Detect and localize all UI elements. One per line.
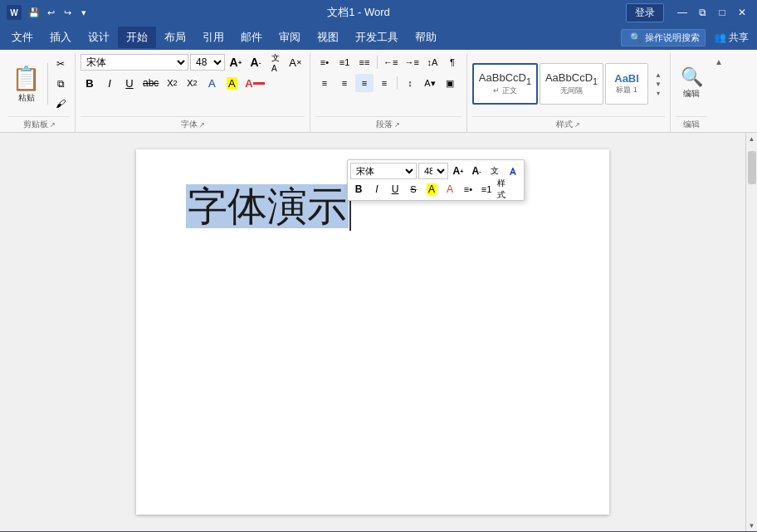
mini-bullets-btn[interactable]: ≡• (460, 181, 476, 198)
title-bar-left: W 💾 ↩ ↪ ▾ (7, 5, 91, 20)
paste-icon: 📋 (12, 65, 41, 92)
multilevel-btn[interactable]: ≡≡ (355, 53, 374, 71)
borders-btn[interactable]: ▣ (441, 74, 459, 92)
bold-button[interactable]: B (81, 74, 99, 92)
menu-bar: 文件 插入 设计 开始 布局 引用 邮件 审阅 视图 开发工具 帮助 🔍 操作说… (0, 25, 757, 50)
mini-char-btn[interactable]: A (505, 163, 521, 179)
decrease-indent-btn[interactable]: ←≡ (381, 53, 400, 71)
font-expand-icon[interactable]: ↗ (199, 121, 205, 129)
highlight-btn[interactable]: A (222, 74, 241, 92)
login-button[interactable]: 登录 (626, 3, 664, 22)
font-size-select[interactable]: 48 (190, 54, 225, 71)
style-scroll: ▲ ▼ ▾ (652, 71, 665, 97)
style-scroll-down[interactable]: ▼ (652, 80, 665, 88)
scroll-thumb[interactable] (748, 151, 756, 184)
sort-btn[interactable]: ↕A (423, 53, 442, 71)
search-box[interactable]: 🔍 操作说明搜索 (621, 29, 706, 46)
clear-format-btn[interactable]: A✕ (286, 53, 305, 71)
menu-developer[interactable]: 开发工具 (347, 27, 407, 48)
menu-insert[interactable]: 插入 (42, 27, 80, 48)
copy-button[interactable]: ⧉ (51, 75, 70, 93)
menu-design[interactable]: 设计 (80, 27, 118, 48)
numbering-btn[interactable]: ≡1 (335, 53, 354, 71)
menu-layout[interactable]: 布局 (156, 27, 194, 48)
line-spacing-btn[interactable]: ↕ (401, 74, 419, 92)
style-no-spacing-preview: AaBbCcD1 (545, 71, 598, 86)
bullets-btn[interactable]: ≡• (315, 53, 334, 71)
undo-quick-btn[interactable]: ↩ (43, 5, 58, 20)
mini-wen-btn[interactable]: 文 (486, 163, 503, 179)
mini-styles-btn[interactable]: 样式 (496, 181, 513, 198)
style-normal[interactable]: AaBbCcD1 ↵ 正文 (472, 63, 538, 105)
customize-quick-btn[interactable]: ▾ (76, 5, 91, 20)
style-h1[interactable]: AaBl 标题 1 (605, 63, 648, 105)
underline-button[interactable]: U (120, 74, 139, 92)
close-button[interactable]: ✕ (734, 5, 750, 20)
align-center-btn[interactable]: ≡ (335, 74, 354, 92)
scroll-track[interactable] (746, 144, 757, 520)
italic-button[interactable]: I (100, 74, 119, 92)
mini-highlight-btn[interactable]: A (423, 181, 440, 198)
decrease-font-btn[interactable]: A- (247, 53, 265, 71)
restore-button[interactable]: ⧉ (694, 5, 711, 20)
mini-bold-btn[interactable]: B (350, 181, 367, 198)
menu-mailing[interactable]: 邮件 (232, 27, 271, 48)
title-bar-title: 文档1 - Word (91, 5, 626, 20)
align-left-btn[interactable]: ≡ (315, 74, 334, 92)
mini-strikethrough-btn[interactable]: S (405, 181, 422, 198)
style-more[interactable]: ▾ (652, 89, 665, 97)
align-right-btn[interactable]: ≡ (355, 74, 374, 92)
maximize-button[interactable]: □ (714, 5, 730, 20)
mini-underline-btn[interactable]: U (387, 181, 403, 198)
superscript-button[interactable]: X2 (183, 74, 201, 92)
paragraph-expand-icon[interactable]: ↗ (394, 121, 400, 129)
style-scroll-up[interactable]: ▲ (652, 71, 665, 79)
ribbon-group-edit: 🔍 编辑 编辑 (671, 53, 712, 132)
paste-button[interactable]: 📋 粘贴 (8, 61, 44, 107)
share-button[interactable]: 👥 共享 (709, 29, 754, 46)
mini-toolbar-row2: B I U S A A ≡• ≡1 样式 (350, 181, 521, 198)
menu-file[interactable]: 文件 (3, 27, 42, 48)
para-row-1: ≡• ≡1 ≡≡ ←≡ →≡ ↕A ¶ (315, 53, 462, 71)
format-painter-button[interactable]: 🖌 (51, 95, 70, 113)
minimize-button[interactable]: — (674, 5, 691, 20)
edit-group-label: 编辑 (676, 116, 707, 132)
menu-help[interactable]: 帮助 (407, 27, 445, 48)
mini-size-select[interactable]: 48 (418, 163, 448, 179)
increase-indent-btn[interactable]: →≡ (402, 53, 421, 71)
menu-home[interactable]: 开始 (118, 27, 156, 48)
save-quick-btn[interactable]: 💾 (27, 5, 42, 20)
mini-font-color-btn[interactable]: A (442, 181, 458, 198)
clipboard-expand-icon[interactable]: ↗ (50, 121, 56, 129)
mini-toolbar-row1: 宋体 48 A+ A- 文 A (350, 163, 521, 179)
cut-button[interactable]: ✂ (51, 55, 70, 73)
mini-italic-btn[interactable]: I (369, 181, 385, 198)
scroll-down-arrow[interactable]: ▼ (746, 520, 758, 531)
subscript-button[interactable]: X2 (163, 74, 181, 92)
mini-decrease-font-btn[interactable]: A- (468, 163, 485, 179)
strikethrough-button[interactable]: abc (140, 74, 161, 92)
menu-references[interactable]: 引用 (194, 27, 232, 48)
scroll-up-arrow[interactable]: ▲ (746, 133, 758, 144)
edit-button[interactable]: 🔍 编辑 (677, 61, 706, 107)
font-color-btn[interactable]: A (242, 74, 266, 92)
text-effect-btn[interactable]: A (203, 74, 221, 92)
styles-expand-icon[interactable]: ↗ (574, 121, 580, 129)
menu-review[interactable]: 审阅 (271, 27, 309, 48)
shading-btn[interactable]: A▾ (421, 74, 439, 92)
mini-increase-font-btn[interactable]: A+ (450, 163, 466, 179)
increase-font-btn[interactable]: A+ (227, 53, 245, 71)
justify-btn[interactable]: ≡ (375, 74, 393, 92)
mini-numbering-btn[interactable]: ≡1 (478, 181, 495, 198)
text-area[interactable]: 字体演示 (186, 183, 349, 231)
ribbon-collapse[interactable]: ▲ (712, 53, 725, 132)
vertical-scrollbar[interactable]: ▲ ▼ (745, 133, 757, 531)
font-family-select[interactable]: 宋体 (81, 54, 188, 71)
change-case-btn[interactable]: 文A (266, 53, 285, 71)
style-no-spacing[interactable]: AaBbCcD1 无间隔 (540, 63, 603, 105)
share-icon: 👥 (714, 32, 726, 43)
menu-view[interactable]: 视图 (309, 27, 347, 48)
redo-quick-btn[interactable]: ↪ (60, 5, 75, 20)
mini-font-select[interactable]: 宋体 (350, 163, 417, 179)
show-marks-btn[interactable]: ¶ (443, 53, 462, 71)
